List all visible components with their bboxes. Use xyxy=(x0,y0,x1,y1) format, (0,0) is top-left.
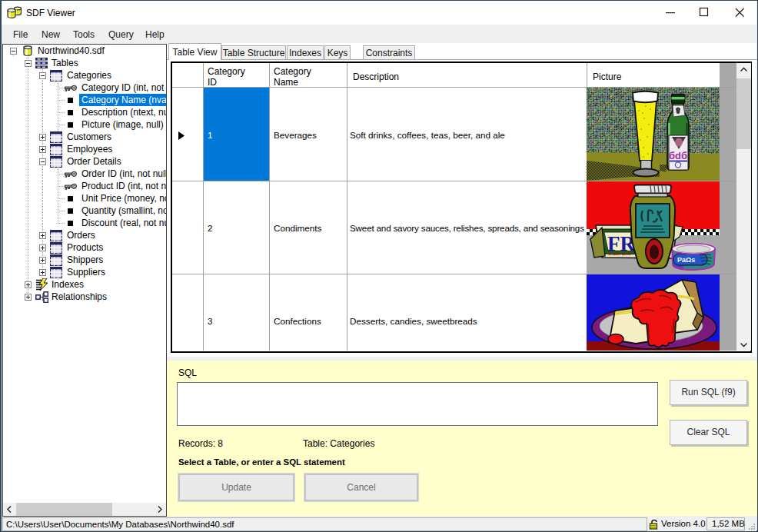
svg-text:бdб: бdб xyxy=(669,150,687,161)
svg-text:PаΩѕ: PаΩѕ xyxy=(677,256,695,264)
svg-text:w.шатыни: w.шатыни xyxy=(607,251,631,256)
